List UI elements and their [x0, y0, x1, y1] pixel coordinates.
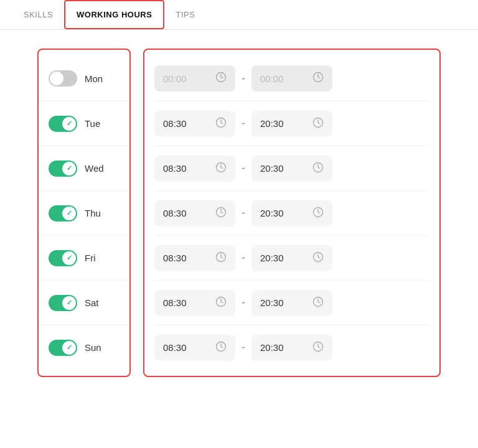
- time-separator-tue: -: [241, 117, 245, 130]
- clock-icon-end-wed: [312, 162, 324, 175]
- day-row-fri: ✓Fri: [39, 235, 129, 280]
- clock-icon-start-sat: [215, 296, 227, 310]
- toggle-wed[interactable]: ✓: [49, 161, 77, 177]
- clock-icon-start-thu: [215, 207, 227, 220]
- start-value-mon: 00:00: [163, 73, 210, 84]
- clock-icon-start-sun: [215, 341, 227, 355]
- clock-icon-end-mon: [312, 72, 324, 85]
- toggle-thu[interactable]: ✓: [49, 205, 77, 222]
- day-row-wed: ✓Wed: [39, 146, 129, 190]
- time-row-tue: 08:30-20:30: [154, 101, 429, 146]
- start-time-mon[interactable]: 00:00: [154, 65, 235, 91]
- clock-icon-end-fri: [312, 251, 324, 265]
- end-value-fri: 20:30: [260, 253, 307, 263]
- day-label-thu: Thu: [85, 208, 108, 218]
- time-row-thu: 08:30-20:30: [154, 190, 429, 235]
- end-value-tue: 20:30: [260, 118, 307, 129]
- clock-icon-start-mon: [215, 72, 227, 85]
- day-label-mon: Mon: [85, 73, 108, 84]
- end-time-sun[interactable]: 20:30: [251, 335, 332, 361]
- days-panel: Mon✓Tue✓Wed✓Thu✓Fri✓Sat✓Sun: [37, 49, 131, 377]
- check-icon-fri: ✓: [67, 254, 72, 262]
- time-row-wed: 08:30-20:30: [154, 146, 429, 190]
- toggle-fri[interactable]: ✓: [49, 250, 77, 266]
- time-row-sat: 08:30-20:30: [154, 280, 429, 325]
- toggle-tue[interactable]: ✓: [49, 116, 77, 132]
- tab-working-hours[interactable]: WORKING HOURS: [64, 0, 164, 29]
- end-value-thu: 20:30: [260, 208, 307, 218]
- start-time-fri[interactable]: 08:30: [154, 245, 235, 271]
- time-row-fri: 08:30-20:30: [154, 235, 429, 280]
- end-value-wed: 20:30: [260, 163, 307, 174]
- time-separator-sun: -: [241, 341, 245, 354]
- time-separator-mon: -: [241, 72, 245, 85]
- content-area: Mon✓Tue✓Wed✓Thu✓Fri✓Sat✓Sun 00:00-00:000…: [0, 30, 478, 396]
- clock-icon-start-fri: [215, 251, 227, 265]
- end-value-mon: 00:00: [260, 73, 307, 84]
- end-value-sat: 20:30: [260, 297, 307, 308]
- day-row-thu: ✓Thu: [39, 190, 129, 235]
- day-label-sun: Sun: [85, 342, 108, 353]
- clock-icon-end-sun: [312, 341, 324, 355]
- day-label-tue: Tue: [85, 118, 108, 129]
- time-row-sun: 08:30-20:30: [154, 325, 429, 370]
- start-value-fri: 08:30: [163, 253, 210, 263]
- times-panel: 00:00-00:0008:30-20:3008:30-20:3008:30-2…: [143, 49, 441, 377]
- end-time-mon[interactable]: 00:00: [251, 65, 332, 91]
- tab-skills[interactable]: SKILLS: [12, 1, 64, 28]
- tab-tips[interactable]: TIPS: [164, 1, 206, 28]
- check-icon-wed: ✓: [67, 164, 72, 172]
- time-separator-fri: -: [241, 251, 245, 264]
- end-time-fri[interactable]: 20:30: [251, 245, 332, 271]
- day-row-sun: ✓Sun: [39, 325, 129, 370]
- end-time-tue[interactable]: 20:30: [251, 111, 332, 137]
- start-value-wed: 08:30: [163, 163, 210, 174]
- start-time-wed[interactable]: 08:30: [154, 156, 235, 182]
- end-time-wed[interactable]: 20:30: [251, 156, 332, 182]
- check-icon-sun: ✓: [67, 343, 72, 352]
- toggle-mon[interactable]: [49, 70, 77, 86]
- time-separator-wed: -: [241, 162, 245, 175]
- start-time-thu[interactable]: 08:30: [154, 200, 235, 226]
- start-value-tue: 08:30: [163, 118, 210, 129]
- toggle-sun[interactable]: ✓: [49, 340, 77, 356]
- start-value-sat: 08:30: [163, 297, 210, 308]
- start-time-sat[interactable]: 08:30: [154, 290, 235, 316]
- start-value-thu: 08:30: [163, 208, 210, 218]
- time-row-mon: 00:00-00:00: [154, 56, 429, 101]
- day-row-tue: ✓Tue: [39, 101, 129, 146]
- day-label-sat: Sat: [85, 297, 108, 308]
- check-icon-thu: ✓: [67, 209, 72, 217]
- toggle-sat[interactable]: ✓: [49, 295, 77, 311]
- check-icon-sat: ✓: [67, 299, 72, 307]
- day-row-sat: ✓Sat: [39, 280, 129, 325]
- clock-icon-end-tue: [312, 117, 324, 131]
- clock-icon-end-thu: [312, 207, 324, 220]
- clock-icon-start-tue: [215, 117, 227, 131]
- start-time-tue[interactable]: 08:30: [154, 111, 235, 137]
- check-icon-tue: ✓: [67, 119, 72, 128]
- time-separator-sat: -: [241, 296, 245, 309]
- time-separator-thu: -: [241, 207, 245, 220]
- end-time-sat[interactable]: 20:30: [251, 290, 332, 316]
- end-value-sun: 20:30: [260, 342, 307, 353]
- tabs-bar: SKILLSWORKING HOURSTIPS: [0, 0, 478, 30]
- day-row-mon: Mon: [39, 56, 129, 101]
- start-value-sun: 08:30: [163, 342, 210, 353]
- day-label-wed: Wed: [85, 163, 108, 174]
- start-time-sun[interactable]: 08:30: [154, 335, 235, 361]
- clock-icon-end-sat: [312, 296, 324, 310]
- clock-icon-start-wed: [215, 162, 227, 175]
- end-time-thu[interactable]: 20:30: [251, 200, 332, 226]
- day-label-fri: Fri: [85, 253, 108, 263]
